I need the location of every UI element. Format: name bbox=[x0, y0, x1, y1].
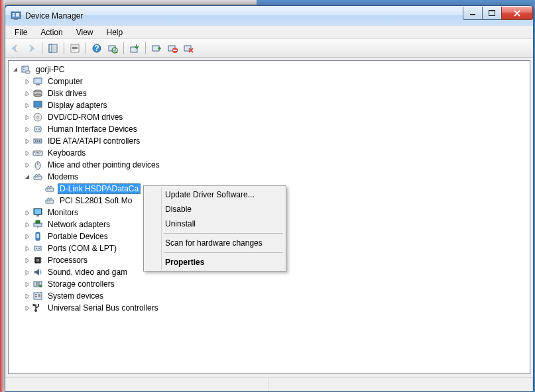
toolbar-separator bbox=[42, 42, 42, 54]
device-icon bbox=[32, 136, 43, 146]
toolbar-separator bbox=[86, 42, 86, 54]
tree-node-label: Storage controllers bbox=[46, 279, 117, 289]
svg-rect-51 bbox=[37, 152, 38, 153]
context-menu-separator bbox=[164, 233, 283, 234]
close-button[interactable] bbox=[501, 7, 533, 20]
device-icon bbox=[32, 112, 43, 122]
disable-button[interactable] bbox=[165, 41, 180, 56]
collapse-icon[interactable] bbox=[11, 66, 19, 74]
context-menu-item[interactable]: Properties bbox=[145, 255, 284, 270]
tree-node[interactable]: Human Interface Devices bbox=[21, 123, 530, 135]
svg-rect-5 bbox=[470, 14, 475, 15]
expand-icon[interactable] bbox=[23, 209, 31, 217]
tree-node[interactable]: DVD/CD-ROM drives bbox=[21, 111, 530, 123]
expand-icon[interactable] bbox=[23, 232, 31, 240]
svg-rect-7 bbox=[489, 10, 495, 11]
help-button[interactable]: ? bbox=[89, 41, 104, 56]
svg-rect-2 bbox=[13, 15, 15, 17]
tree-node-label: Ports (COM & LPT) bbox=[46, 243, 119, 254]
enable-button[interactable] bbox=[149, 41, 164, 56]
tree-node-label: System devices bbox=[46, 291, 105, 301]
expand-icon[interactable] bbox=[23, 89, 31, 97]
tree-node[interactable]: Mice and other pointing devices bbox=[21, 159, 530, 171]
tree-node[interactable]: Keyboards bbox=[21, 147, 530, 159]
expand-icon[interactable] bbox=[23, 77, 31, 85]
context-menu-item[interactable]: Scan for hardware changes bbox=[145, 236, 284, 250]
titlebar[interactable]: Device Manager bbox=[5, 6, 533, 26]
expand-icon[interactable] bbox=[23, 149, 31, 157]
menu-file[interactable]: File bbox=[8, 26, 34, 38]
context-menu: Update Driver Software...DisableUninstal… bbox=[143, 185, 286, 271]
toolbar-separator bbox=[145, 42, 146, 54]
svg-rect-10 bbox=[52, 46, 56, 46]
svg-point-90 bbox=[38, 304, 39, 305]
device-icon bbox=[32, 243, 43, 254]
tree-node[interactable]: IDE ATA/ATAPI controllers bbox=[21, 135, 530, 147]
expand-icon[interactable] bbox=[23, 161, 31, 169]
svg-point-42 bbox=[36, 128, 37, 130]
tree-node-label: Computer bbox=[46, 76, 85, 87]
tree-node[interactable]: Disk drives bbox=[21, 87, 530, 99]
svg-rect-85 bbox=[34, 293, 42, 299]
tree-node[interactable]: Display adapters bbox=[21, 99, 530, 111]
expand-icon[interactable] bbox=[23, 292, 31, 300]
menu-help[interactable]: Help bbox=[100, 26, 130, 38]
tree-node-label: Network adapters bbox=[46, 219, 112, 230]
show-hide-tree-button[interactable] bbox=[46, 41, 60, 56]
svg-rect-11 bbox=[52, 48, 56, 48]
svg-rect-12 bbox=[52, 50, 56, 50]
context-menu-item[interactable]: Update Driver Software... bbox=[145, 187, 284, 202]
expand-icon[interactable] bbox=[23, 125, 31, 133]
svg-rect-49 bbox=[34, 152, 35, 153]
tree-node[interactable]: Universal Serial Bus controllers bbox=[21, 302, 530, 314]
back-button[interactable] bbox=[8, 41, 23, 56]
tree-node[interactable]: Modems bbox=[21, 171, 530, 183]
tree-node-label: Human Interface Devices bbox=[46, 124, 139, 134]
svg-rect-73 bbox=[36, 234, 39, 238]
tree-node[interactable]: Computer bbox=[21, 75, 530, 87]
device-icon bbox=[32, 291, 43, 301]
expand-icon[interactable] bbox=[23, 304, 31, 312]
device-icon bbox=[32, 279, 43, 289]
device-icon bbox=[32, 160, 43, 170]
svg-point-65 bbox=[49, 201, 50, 202]
tree-node-label: Mice and other pointing devices bbox=[46, 160, 162, 170]
expand-icon[interactable] bbox=[23, 244, 31, 252]
svg-rect-1 bbox=[13, 13, 15, 15]
svg-rect-69 bbox=[34, 223, 42, 226]
expand-icon[interactable] bbox=[23, 101, 31, 109]
context-menu-item[interactable]: Uninstall bbox=[145, 217, 284, 231]
forward-button[interactable] bbox=[24, 41, 38, 56]
menu-view[interactable]: View bbox=[70, 26, 100, 38]
menubar: File Action View Help bbox=[5, 26, 533, 39]
tree-node[interactable]: System devices bbox=[21, 290, 530, 302]
svg-rect-17 bbox=[72, 50, 76, 50]
minimize-button[interactable] bbox=[463, 7, 483, 20]
properties-button[interactable] bbox=[68, 41, 82, 56]
tree-node-label: Disk drives bbox=[46, 88, 89, 99]
tree-node[interactable]: Storage controllers bbox=[21, 278, 530, 290]
tree-node-label: Modems bbox=[46, 172, 80, 182]
scan-hardware-button[interactable] bbox=[105, 41, 120, 56]
svg-rect-88 bbox=[38, 294, 40, 297]
collapse-icon[interactable] bbox=[23, 173, 31, 181]
uninstall-button[interactable] bbox=[181, 41, 196, 56]
svg-rect-37 bbox=[34, 101, 42, 107]
svg-point-36 bbox=[34, 94, 42, 97]
expand-icon[interactable] bbox=[23, 280, 31, 288]
context-menu-item[interactable]: Disable bbox=[145, 202, 284, 217]
expand-icon[interactable] bbox=[23, 220, 31, 228]
expand-icon[interactable] bbox=[23, 113, 31, 121]
tree-root-node[interactable]: gorji-PC bbox=[9, 64, 530, 75]
expand-icon[interactable] bbox=[23, 256, 31, 264]
update-driver-button[interactable] bbox=[127, 41, 142, 56]
tree-node-label: Sound, video and gam bbox=[46, 267, 129, 277]
device-icon bbox=[32, 172, 43, 182]
computer-icon bbox=[21, 64, 31, 75]
expand-icon[interactable] bbox=[23, 137, 31, 145]
menu-action[interactable]: Action bbox=[34, 26, 69, 38]
maximize-button[interactable] bbox=[482, 7, 502, 20]
expand-icon[interactable] bbox=[23, 268, 31, 276]
svg-rect-78 bbox=[36, 259, 39, 262]
device-icon bbox=[32, 219, 43, 230]
